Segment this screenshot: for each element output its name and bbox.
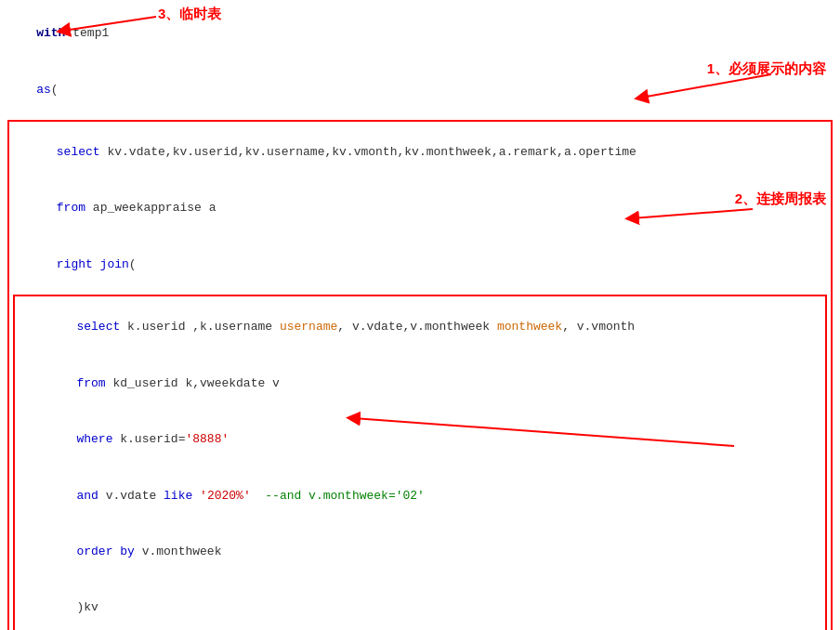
code-where-k: where k.userid='8888' xyxy=(19,412,821,467)
code-right-join: right join( xyxy=(13,237,827,293)
label-1-annotation: 1、必须展示的内容 xyxy=(707,60,826,78)
code-close-kv: )kv xyxy=(19,580,821,630)
code-order-by: order by v.monthweek xyxy=(19,524,821,580)
code-from-ap: from ap_weekappraise a xyxy=(13,180,827,236)
code-select-k: select k.userid ,k.username username, v.… xyxy=(19,299,821,355)
code-and-vdate: and v.vdate like '2020%' --and v.monthwe… xyxy=(19,467,821,523)
inner-red-box: select k.userid ,k.username username, v.… xyxy=(13,295,827,630)
code-select-kv: select kv.vdate,kv.userid,kv.username,kv… xyxy=(13,125,827,180)
label-3-annotation: 3、临时表 xyxy=(158,6,221,23)
outer-red-box: select kv.vdate,kv.userid,kv.username,kv… xyxy=(7,120,833,630)
label-2-annotation: 2、连接周报表 xyxy=(735,190,826,208)
code-from-kd: from kd_userid k,vweekdate v xyxy=(19,356,821,412)
code-line-with: with temp1 xyxy=(7,6,833,61)
